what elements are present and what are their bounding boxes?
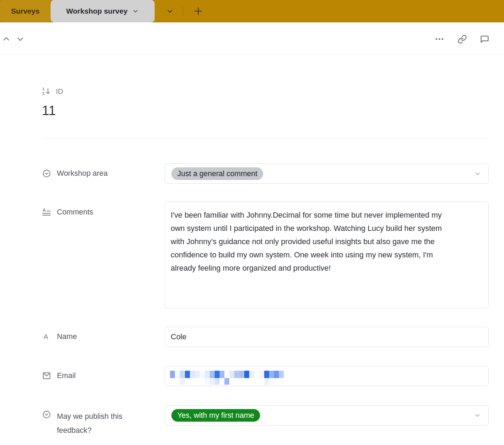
email-icon [42,371,51,380]
single-select-icon [42,169,51,178]
pixel-cell [274,378,279,385]
tab-workshop-survey-label: Workshop survey [66,7,128,15]
publish-value-pill: Yes, with my first name [171,409,260,422]
pixel-cell [239,371,244,378]
pixel-cell [234,371,239,378]
pixel-cell [244,371,249,378]
comment-icon [480,35,489,44]
pixel-cell [254,378,259,385]
comments-button[interactable] [479,33,490,45]
previous-record-button[interactable] [1,33,12,45]
pixel-cell [269,378,274,385]
pixel-cell [244,378,249,385]
single-select-icon [42,410,51,419]
pixel-cell [215,371,220,378]
pixel-cell [229,371,234,378]
pixel-cell [185,378,190,385]
name-field-header: A Name [42,332,77,341]
pixel-cell [224,378,229,385]
id-field-header: 1 2 ID [42,86,63,96]
add-table-button[interactable] [191,0,206,22]
name-field-label: Name [57,332,77,341]
pixel-cell [180,378,185,385]
email-field-label: Email [57,371,76,380]
pixel-cell [224,371,229,378]
chevron-down-icon [474,170,481,178]
workshop-area-field-label: Workshop area [57,168,108,178]
pixel-cell [259,378,264,385]
svg-text:1: 1 [42,87,44,91]
pixel-cell [215,378,220,385]
pixel-cell [220,378,224,385]
id-field-label: ID [56,87,63,96]
pixel-cell [249,378,254,385]
pixel-cell [175,371,180,378]
workshop-area-field-header: Workshop area [42,168,108,178]
link-icon [458,35,467,44]
plus-icon [193,6,203,16]
next-record-button[interactable] [15,33,26,45]
publish-select[interactable]: Yes, with my first name [165,405,489,425]
ellipsis-icon [435,35,444,44]
comments-textarea[interactable]: I've been familiar with Johnny.Decimal f… [165,202,489,308]
pixel-cell [195,378,200,385]
svg-text:2: 2 [42,91,44,96]
pixel-cell [279,378,284,385]
tab-workshop-survey[interactable]: Workshop survey [51,0,155,22]
workshop-area-select[interactable]: Just a general comment [165,164,489,184]
comments-field-header: A Comments [42,207,93,217]
pixel-cell [205,371,209,378]
pixel-cell [210,378,215,385]
pixel-cell [190,378,195,385]
pixel-cell [239,378,244,385]
email-field-header: Email [42,371,76,380]
publish-field-label: May we publish this feedback? [57,409,129,437]
pixel-cell [220,371,224,378]
id-field-value: 11 [42,103,56,118]
pixel-cell [175,378,180,385]
publish-field-header: May we publish this feedback? [42,409,129,437]
comments-field-value: I've been familiar with Johnny.Decimal f… [171,209,452,275]
workshop-area-value-pill: Just a general comment [171,167,263,180]
pixel-cell [274,371,279,378]
pixel-cell [205,378,209,385]
comments-field-label: Comments [57,207,93,217]
name-field-value: Cole [171,332,186,341]
chevron-up-icon [2,35,10,43]
pixel-cell [234,378,239,385]
redacted-email-value [170,371,488,385]
pixel-cell [259,371,264,378]
pixel-cell [210,371,215,378]
copy-record-link-button[interactable] [457,33,468,45]
pixel-cell [200,371,205,378]
table-tab-bar: Surveys Workshop survey [0,0,504,22]
chevron-down-icon [16,35,24,43]
pixel-cell [190,371,195,378]
pixel-cell [249,371,254,378]
pixel-cell [200,378,205,385]
pixel-cell [264,371,269,378]
tab-surveys[interactable]: Surveys [0,0,51,22]
chevron-down-icon [132,8,139,15]
record-detail: 1 2 ID 11 Workshop area Just a general c… [0,54,504,445]
email-input[interactable] [165,366,489,386]
chevron-down-icon [166,7,174,15]
more-options-button[interactable] [434,33,445,45]
table-list-chevron-button[interactable] [163,0,177,22]
name-input[interactable]: Cole [165,327,489,347]
autonumber-icon: 1 2 [42,86,51,96]
pixel-cell [229,378,234,385]
pixel-cell [279,371,284,378]
long-text-icon: A [42,208,51,217]
record-toolbar [0,22,504,54]
chevron-down-icon [474,412,481,419]
pixel-cell [180,371,185,378]
svg-text:A: A [43,208,46,213]
pixel-cell [269,371,274,378]
tab-separator [183,7,183,16]
pixel-cell [170,371,175,378]
svg-text:A: A [44,333,48,340]
record-detail-window: Surveys Workshop survey [0,0,504,445]
section-divider [42,138,489,139]
single-line-text-icon: A [42,332,51,341]
